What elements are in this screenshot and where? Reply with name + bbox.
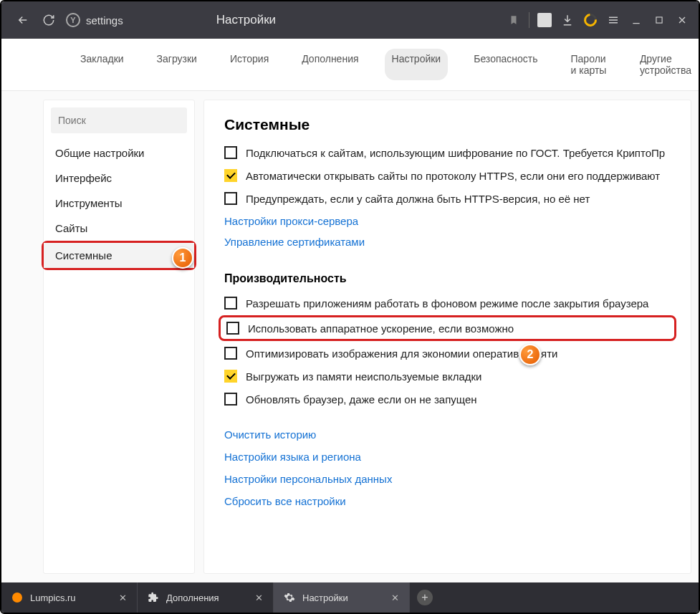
checkbox-icon[interactable] <box>224 297 237 310</box>
annotation-badge-2: 2 <box>519 344 541 365</box>
navtab-devices[interactable]: Другие устройства <box>633 49 699 80</box>
tab-label: Дополнения <box>166 593 219 603</box>
menu-icon[interactable] <box>605 12 621 28</box>
puzzle-icon <box>148 592 159 603</box>
sidebar-item-sites[interactable]: Сайты <box>44 216 194 241</box>
opt-label: Подключаться к сайтам, использующим шифр… <box>246 147 665 159</box>
address-bar[interactable]: Y settings <box>66 13 123 27</box>
section-title-performance: Производительность <box>224 272 671 285</box>
tab-label: Настройки <box>302 593 348 603</box>
checkbox-icon[interactable] <box>224 146 237 159</box>
tab-settings[interactable]: Настройки ✕ <box>274 582 410 613</box>
checkbox-icon[interactable] <box>224 370 237 383</box>
settings-sidebar: Общие настройки Интерфейс Инструменты Са… <box>43 100 195 574</box>
link-clear-history[interactable]: Очистить историю <box>224 428 671 441</box>
link-proxy[interactable]: Настройки прокси-сервера <box>224 215 671 227</box>
close-icon[interactable]: ✕ <box>119 593 127 603</box>
opt-label: Использовать аппаратное ускорение, если … <box>248 322 514 335</box>
opt-hw-accel[interactable]: Использовать аппаратное ускорение, если … <box>226 322 668 335</box>
page-title: Настройки <box>216 13 276 27</box>
navtab-passwords[interactable]: Пароли и карты <box>564 49 614 80</box>
sidebar-item-general[interactable]: Общие настройки <box>44 140 194 166</box>
opt-update-browser[interactable]: Обновлять браузер, даже если он не запущ… <box>224 393 671 406</box>
sidebar-item-tools[interactable]: Инструменты <box>44 191 194 216</box>
opt-optimize-images[interactable]: Оптимизировать изображения для экономии … <box>224 347 671 360</box>
tab-lumpics[interactable]: Lumpics.ru ✕ <box>1 582 138 613</box>
minimize-button[interactable] <box>628 12 644 28</box>
opt-background-apps[interactable]: Разрешать приложениям работать в фоновом… <box>224 297 671 310</box>
reload-button[interactable] <box>36 7 62 33</box>
opt-label: Оптимизировать изображения для экономии … <box>246 347 557 360</box>
opt-label: Автоматически открывать сайты по протоко… <box>246 170 660 182</box>
section-title-system: Системные <box>224 116 671 133</box>
search-input[interactable] <box>51 107 187 133</box>
link-reset[interactable]: Сбросить все настройки <box>224 495 671 507</box>
settings-content: Системные Подключаться к сайтам, использ… <box>203 100 691 574</box>
opt-unload-tabs[interactable]: Выгружать из памяти неиспользуемые вклад… <box>224 370 671 383</box>
opt-label: Выгружать из памяти неиспользуемые вклад… <box>246 370 481 383</box>
opt-https-warn[interactable]: Предупреждать, если у сайта должна быть … <box>224 192 671 205</box>
svg-rect-0 <box>656 17 662 23</box>
yandex-icon: Y <box>66 13 80 27</box>
checkbox-icon[interactable] <box>224 393 237 406</box>
link-language[interactable]: Настройки языка и региона <box>224 451 671 463</box>
maximize-button[interactable] <box>651 12 667 28</box>
link-personal-data[interactable]: Настройки персональных данных <box>224 473 671 485</box>
opt-label: Разрешать приложениям работать в фоновом… <box>246 297 648 310</box>
navtab-downloads[interactable]: Загрузки <box>150 49 204 80</box>
link-certs[interactable]: Управление сертификатами <box>224 236 671 248</box>
bookmark-icon[interactable] <box>506 12 522 28</box>
opt-gost[interactable]: Подключаться к сайтам, использующим шифр… <box>224 146 671 159</box>
checkbox-icon[interactable] <box>224 169 237 182</box>
close-icon[interactable]: ✕ <box>255 593 263 603</box>
close-icon[interactable]: ✕ <box>391 593 399 603</box>
favicon-icon <box>11 592 23 603</box>
opt-label: Обновлять браузер, даже если он не запущ… <box>246 393 477 406</box>
extensions-ring-icon[interactable] <box>582 12 598 28</box>
avatar-icon[interactable] <box>537 12 552 28</box>
settings-navtabs: Закладки Загрузки История Дополнения Нас… <box>1 39 699 91</box>
navtab-addons[interactable]: Дополнения <box>294 49 365 80</box>
checkbox-icon[interactable] <box>226 322 239 335</box>
close-button[interactable] <box>674 12 690 28</box>
new-tab-button[interactable]: + <box>410 582 440 613</box>
navtab-settings[interactable]: Настройки <box>385 49 449 80</box>
tab-label: Lumpics.ru <box>30 593 76 603</box>
checkbox-icon[interactable] <box>224 347 237 360</box>
tabstrip: Lumpics.ru ✕ Дополнения ✕ Настройки ✕ + <box>1 582 699 613</box>
address-label: settings <box>86 14 123 27</box>
navtab-bookmarks[interactable]: Закладки <box>73 49 131 80</box>
tab-addons[interactable]: Дополнения ✕ <box>138 582 274 613</box>
titlebar: Y settings Настройки <box>1 1 699 39</box>
gear-icon <box>284 592 295 603</box>
navtab-history[interactable]: История <box>223 49 276 80</box>
checkbox-icon[interactable] <box>224 192 237 205</box>
download-icon[interactable] <box>560 12 575 28</box>
opt-https-auto[interactable]: Автоматически открывать сайты по протоко… <box>224 169 671 182</box>
navtab-security[interactable]: Безопасность <box>466 49 545 80</box>
sidebar-item-interface[interactable]: Интерфейс <box>44 166 194 191</box>
opt-label: Предупреждать, если у сайта должна быть … <box>246 193 590 205</box>
annotation-badge-1: 1 <box>172 247 193 269</box>
back-button[interactable] <box>10 7 36 33</box>
